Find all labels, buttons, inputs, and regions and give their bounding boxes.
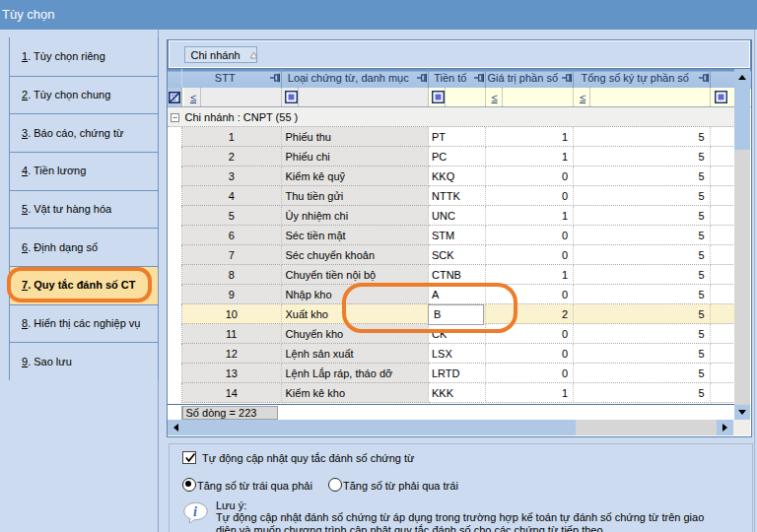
svg-text:i: i xyxy=(193,504,197,519)
